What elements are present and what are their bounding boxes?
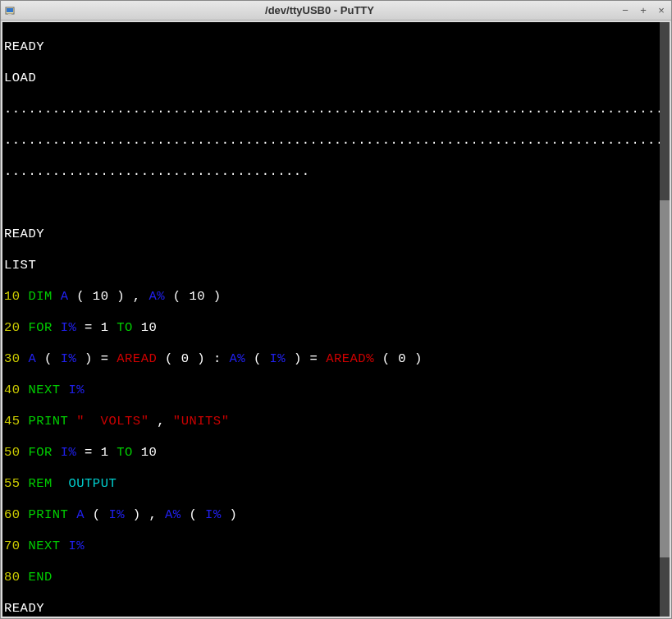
scrollbar[interactable] — [660, 22, 670, 617]
terminal-line: LOAD — [4, 71, 668, 86]
maximize-button[interactable]: + — [637, 4, 650, 17]
close-button[interactable]: × — [655, 4, 668, 17]
titlebar[interactable]: /dev/ttyUSB0 - PuTTY − + × — [1, 1, 671, 21]
code-line: 10 DIM A ( 10 ) , A% ( 10 ) — [4, 289, 668, 305]
window-title: /dev/ttyUSB0 - PuTTY — [21, 4, 619, 16]
scrollbar-thumb[interactable] — [660, 200, 670, 557]
code-line: 45 PRINT " VOLTS" , "UNITS" — [4, 414, 668, 429]
window-controls: − + × — [619, 4, 668, 17]
minimize-button[interactable]: − — [619, 4, 632, 17]
code-line: 50 FOR I% = 1 TO 10 — [4, 445, 668, 461]
code-line: 70 NEXT I% — [4, 539, 668, 554]
terminal-area[interactable]: READY LOAD .............................… — [2, 22, 670, 617]
code-line: 20 FOR I% = 1 TO 10 — [4, 320, 668, 336]
code-line: 80 END — [4, 570, 668, 585]
code-line: 55 REM OUTPUT — [4, 476, 668, 492]
terminal-line: READY — [4, 39, 668, 55]
code-line: 60 PRINT A ( I% ) , A% ( I% ) — [4, 507, 668, 523]
terminal-line: ........................................… — [4, 102, 668, 117]
putty-window: /dev/ttyUSB0 - PuTTY − + × READY LOAD ..… — [0, 0, 672, 619]
terminal-line: ........................................… — [4, 133, 668, 149]
code-line: 40 NEXT I% — [4, 383, 668, 398]
app-icon — [4, 4, 17, 17]
code-line: 30 A ( I% ) = AREAD ( 0 ) : A% ( I% ) = … — [4, 351, 668, 367]
terminal-line: ...................................... — [4, 164, 668, 180]
terminal-line: READY — [4, 601, 668, 617]
svg-rect-1 — [7, 8, 13, 12]
svg-rect-2 — [8, 14, 11, 16]
terminal-line: LIST — [4, 258, 668, 273]
terminal-line: READY — [4, 227, 668, 242]
